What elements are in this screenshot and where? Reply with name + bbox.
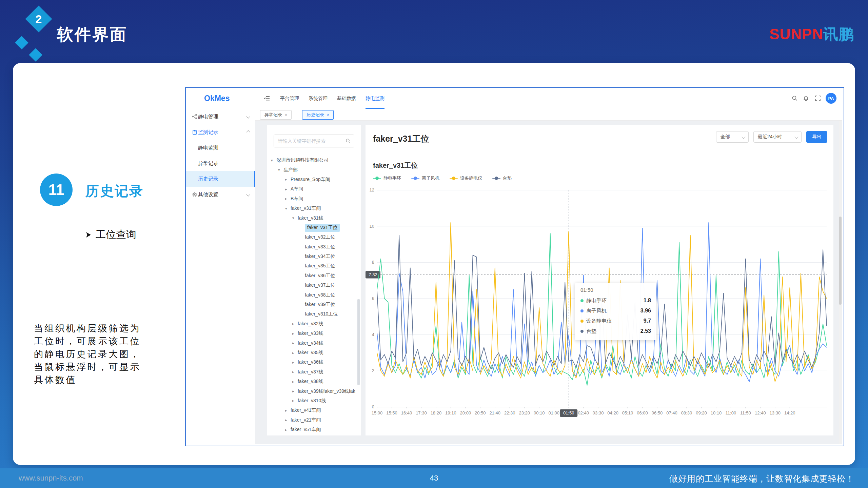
caret-right-icon[interactable]: ▸ [285,197,291,201]
bell-icon[interactable] [803,95,809,101]
tree-node[interactable]: ▸faker_v32线 [267,319,361,329]
tree-node-label[interactable]: faker_v33线 [298,330,323,337]
tree-node-label[interactable]: Pressure_Sop车间 [291,177,330,183]
tree-node-label[interactable]: faker_v310线 [298,398,326,404]
tree-node[interactable]: ▸faker_v310线 [267,396,361,406]
tree-node-label[interactable]: faker_v36线 [298,359,323,365]
device-filter-select[interactable]: 全部 [716,131,749,143]
caret-down-icon[interactable]: ▾ [285,206,291,211]
sidebar-item-静电监测[interactable]: 静电监测 [186,140,255,156]
tree-node[interactable]: faker_v310工位 [267,309,361,319]
tree-node-label[interactable]: faker_v31线 [298,215,323,221]
tree-node[interactable]: ▾生产部 [267,165,361,175]
tree-node-label[interactable]: faker_v38工位 [305,292,335,298]
tree-node[interactable]: ▸faker_v21车间 [267,415,361,425]
tree-node[interactable]: ▸faker_v34线 [267,338,361,348]
fullscreen-icon[interactable] [815,95,821,101]
tree-node[interactable]: ▸A车间 [267,184,361,194]
tree-node[interactable]: ▸faker_v51车间 [267,425,361,434]
caret-right-icon[interactable]: ▸ [285,418,291,422]
tree-node-label[interactable]: faker_v31车间 [291,205,321,211]
caret-right-icon[interactable]: ▸ [285,187,291,191]
legend-item[interactable]: 离子风机 [411,175,439,181]
tree-node-label[interactable]: faker_v36工位 [305,273,335,279]
close-icon[interactable]: × [327,113,329,117]
time-range-select[interactable]: 最近24小时 [753,131,802,143]
close-icon[interactable]: × [285,113,287,117]
tree-node[interactable]: faker_v39工位 [267,300,361,309]
user-avatar[interactable]: PA [826,93,836,104]
tree-node-label[interactable]: faker_v34线 [298,340,323,346]
tree-node-label[interactable]: A车间 [291,186,303,192]
tree-node-label[interactable]: faker_v38线 [298,379,323,385]
caret-right-icon[interactable]: ▸ [292,360,298,365]
export-button[interactable]: 导出 [806,131,827,143]
tree-node[interactable]: ▸faker_v39线faker_v39线fak [267,386,361,396]
tree-node[interactable]: ▸faker_v36线 [267,358,361,367]
tree-node-label[interactable]: faker_v39工位 [305,302,335,308]
tree-node-label[interactable]: faker_v32线 [298,321,323,327]
legend-item[interactable]: 静电手环 [373,175,401,181]
tree-node[interactable]: faker_v35工位 [267,261,361,271]
search-icon[interactable] [346,138,351,145]
tree-node[interactable]: faker_v36工位 [267,271,361,281]
tree-node-label[interactable]: faker_v35线 [298,350,323,356]
sidebar-item-监测记录[interactable]: 监测记录 [186,124,255,140]
sidebar-item-其他设置[interactable]: 其他设置 [186,187,255,202]
tree-node-label[interactable]: faker_v51车间 [291,427,321,433]
tree-search-input[interactable] [274,135,354,147]
tree-node-label[interactable]: faker_v37线 [298,369,323,375]
tree-node[interactable]: ▸faker_v33线 [267,329,361,338]
caret-right-icon[interactable]: ▸ [292,322,298,326]
legend-item[interactable]: 设备静电仪 [450,175,482,181]
tree-node-label[interactable]: faker_v39线faker_v39线fak [298,388,355,394]
tree-node-label[interactable]: faker_v21车间 [291,417,321,423]
sidebar-item-历史记录[interactable]: 历史记录 [186,171,255,187]
tree-node-label[interactable]: 深圳市讯鹏科技有限公司 [276,157,329,163]
tree-node-label[interactable]: faker_v35工位 [305,263,335,269]
legend-item[interactable]: 台垫 [492,175,512,181]
caret-down-icon[interactable]: ▾ [292,216,298,220]
sidebar-item-异常记录[interactable]: 异常记录 [186,156,255,171]
menu-fold-icon[interactable] [264,95,270,102]
tree-node[interactable]: faker_v34工位 [267,252,361,261]
caret-right-icon[interactable]: ▸ [285,177,291,182]
tree-node[interactable]: faker_v32工位 [267,232,361,242]
sidebar-item-静电管理[interactable]: 静电管理 [186,109,255,124]
tree-node[interactable]: faker_v37工位 [267,281,361,290]
top-nav-item[interactable]: 平台管理 [280,88,299,109]
tree-node-label[interactable]: faker_v31工位 [305,224,340,232]
caret-right-icon[interactable]: ▸ [292,370,298,374]
tree-node[interactable]: ▾faker_v31线 [267,213,361,223]
tree-node-label[interactable]: faker_v37工位 [305,282,335,288]
tree-node-label[interactable]: faker_v33工位 [305,244,335,250]
caret-right-icon[interactable]: ▸ [292,399,298,403]
tree-node[interactable]: ▸Pressure_Sop车间 [267,175,361,184]
tree-node[interactable]: ▾深圳市讯鹏科技有限公司 [267,156,361,165]
caret-right-icon[interactable]: ▸ [285,428,291,432]
tree-node-label[interactable]: faker_v34工位 [305,253,335,260]
page-tab[interactable]: 历史记录× [302,110,334,120]
caret-right-icon[interactable]: ▸ [292,351,298,355]
caret-right-icon[interactable]: ▸ [285,408,291,413]
tree-node[interactable]: ▾faker_v31车间 [267,204,361,213]
page-tab[interactable]: 异常记录× [260,110,292,120]
tree-node[interactable]: faker_v33工位 [267,242,361,252]
top-nav-item[interactable]: 系统管理 [309,88,328,109]
caret-right-icon[interactable]: ▸ [292,341,298,345]
caret-down-icon[interactable]: ▾ [271,158,276,163]
tree-node-label[interactable]: 生产部 [283,167,298,173]
search-icon[interactable] [792,95,798,101]
tree-node[interactable]: ▸faker_v38线 [267,377,361,386]
top-nav-item[interactable]: 静电监测 [366,88,384,109]
tree-node[interactable]: ▸faker_v37线 [267,367,361,377]
top-nav-item[interactable]: 基础数据 [337,88,356,109]
scrollbar-thumb[interactable] [839,217,842,305]
caret-down-icon[interactable]: ▾ [278,168,283,172]
caret-right-icon[interactable]: ▸ [292,331,298,336]
caret-right-icon[interactable]: ▸ [292,389,298,393]
tree-node-label[interactable]: B车间 [291,196,303,202]
tree-node[interactable]: faker_v38工位 [267,290,361,300]
tree-node[interactable]: faker_v31工位 [267,223,361,232]
tree-node[interactable]: ▸faker_v35线 [267,348,361,358]
